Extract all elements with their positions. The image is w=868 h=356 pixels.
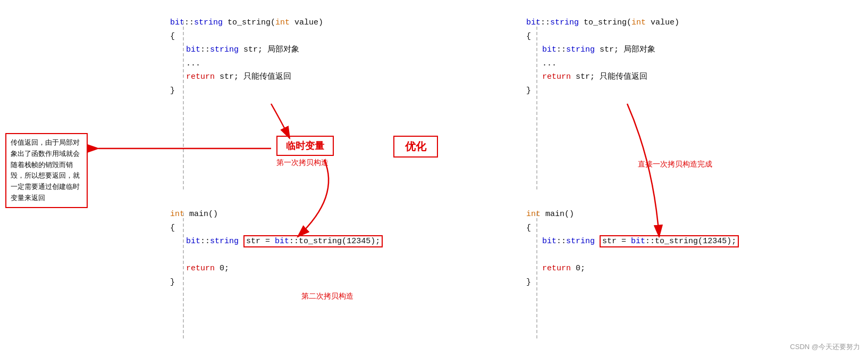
code-line: return 0; bbox=[170, 262, 383, 276]
code-line: bit::string str = bit::to_string(12345); bbox=[526, 235, 739, 249]
temp-var-label: 临时变量 bbox=[286, 140, 324, 151]
annotation-box: 传值返回，由于局部对象出了函数作用域就会随着栈帧的销毁而销毁，所以想要返回，就一… bbox=[5, 133, 88, 208]
arrows-svg bbox=[0, 0, 868, 356]
code-line: { bbox=[526, 30, 679, 44]
code-line: bit::string str; 局部对象 bbox=[170, 43, 323, 57]
right-top-code: bit::string to_string(int value) { bit::… bbox=[526, 16, 679, 97]
code-line: } bbox=[526, 276, 739, 289]
code-line: } bbox=[170, 276, 383, 289]
code-line: int main() bbox=[526, 208, 739, 221]
code-line: } bbox=[526, 84, 679, 98]
optimize-box: 优化 bbox=[393, 136, 438, 158]
code-line: bit::string to_string(int value) bbox=[170, 16, 323, 30]
optimize-label: 优化 bbox=[405, 140, 426, 152]
code-line: bit::string str; 局部对象 bbox=[526, 43, 679, 57]
code-line: ... bbox=[526, 57, 679, 71]
code-line: int main() bbox=[170, 208, 383, 221]
code-line: { bbox=[170, 30, 323, 44]
first-copy-label: 第一次拷贝构造 bbox=[276, 158, 328, 168]
code-line bbox=[170, 249, 383, 262]
code-line: { bbox=[526, 221, 739, 235]
code-line: return str; 只能传值返回 bbox=[170, 70, 323, 84]
code-line: { bbox=[170, 221, 383, 235]
code-line: bit::string to_string(int value) bbox=[526, 16, 679, 30]
csdn-watermark: CSDN @今天还要努力 bbox=[790, 342, 860, 352]
page-container: bit::string to_string(int value) { bit::… bbox=[0, 0, 868, 356]
direct-copy-label: 直接一次拷贝构造完成 bbox=[638, 160, 712, 169]
temp-var-box: 临时变量 bbox=[276, 136, 334, 156]
code-line: bit::string str = bit::to_string(12345); bbox=[170, 235, 383, 249]
code-line: return 0; bbox=[526, 262, 739, 276]
code-line bbox=[526, 249, 739, 262]
code-line: return str; 只能传值返回 bbox=[526, 70, 679, 84]
annotation-text: 传值返回，由于局部对象出了函数作用域就会随着栈帧的销毁而销毁，所以想要返回，就一… bbox=[11, 138, 80, 202]
left-main-code: int main() { bit::string str = bit::to_s… bbox=[170, 208, 383, 289]
code-line: ... bbox=[170, 57, 323, 71]
left-top-code: bit::string to_string(int value) { bit::… bbox=[170, 16, 323, 97]
right-main-code: int main() { bit::string str = bit::to_s… bbox=[526, 208, 739, 289]
code-line: } bbox=[170, 84, 323, 98]
second-copy-label: 第二次拷贝构造 bbox=[301, 292, 353, 301]
